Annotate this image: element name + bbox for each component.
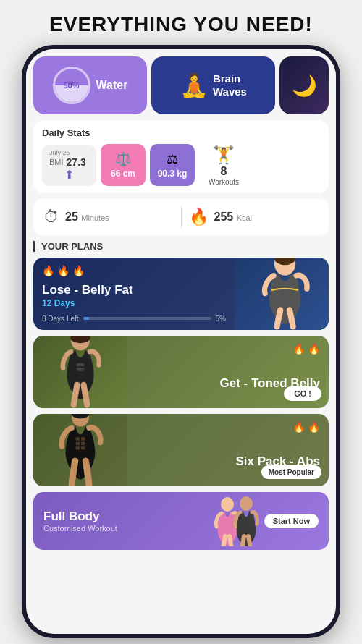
phone-frame: 50% Water 🧘 BrainWaves 🌙 Daily Stats xyxy=(22,45,340,638)
toned-figure xyxy=(33,336,127,408)
sixpack-content: 🔥 🔥 Six Pack - Abs 45 Days Most Popular xyxy=(127,414,329,486)
toned-flame2-icon: 🔥 xyxy=(308,343,320,355)
workout-dumbbell-icon: 🏋️ xyxy=(213,145,235,165)
fullbody-subtitle: Customised Workout xyxy=(43,524,117,533)
sixpack-image xyxy=(33,414,127,486)
phone-screen: 50% Water 🧘 BrainWaves 🌙 Daily Stats xyxy=(26,49,336,634)
plan-six-pack[interactable]: 🔥 🔥 Six Pack - Abs 45 Days Most Popular xyxy=(33,414,329,486)
start-now-button[interactable]: Start Now xyxy=(264,514,319,528)
belly-fat-days: 12 Days xyxy=(42,298,226,308)
workouts-label: Workouts xyxy=(209,178,239,186)
sixpack-flame2-icon: 🔥 xyxy=(308,421,320,433)
stats-title: Daily Stats xyxy=(42,127,320,138)
svg-rect-5 xyxy=(77,363,85,367)
svg-rect-10 xyxy=(81,437,85,441)
brain-waves-label: BrainWaves xyxy=(213,72,247,98)
daily-stats: Daily Stats July 25 BMI 27.3 ⬆ ⚖️ 66 cm xyxy=(33,120,329,193)
plans-section: YOUR PLANS 🔥 🔥 🔥 Lose - Belly Fat 12 Day… xyxy=(26,241,336,634)
svg-rect-13 xyxy=(76,446,80,450)
bmi-label: BMI xyxy=(49,158,64,166)
plan-belly-fat[interactable]: 🔥 🔥 🔥 Lose - Belly Fat 12 Days 8 Days Le… xyxy=(33,258,329,330)
toned-icons-row: 🔥 🔥 xyxy=(292,343,320,355)
minutes-value: 25 xyxy=(65,211,78,223)
stopwatch-icon: ⏱ xyxy=(43,208,59,226)
plan-full-body[interactable]: Full Body Customised Workout xyxy=(33,492,329,550)
fullbody-figures: Start Now xyxy=(211,496,319,546)
page-title: EVERYTHING YOU NEED! xyxy=(49,0,313,45)
bmi-block: July 25 BMI 27.3 ⬆ xyxy=(42,145,96,186)
kcal-unit: Kcal xyxy=(237,213,252,222)
scale-icon: ⚖️ xyxy=(115,151,131,167)
weight-value: 90.3 kg xyxy=(158,169,188,179)
kcal-label: 255 Kcal xyxy=(214,211,253,224)
fullbody-couple-icon xyxy=(211,496,261,546)
toned-go-button[interactable]: GO ! xyxy=(284,386,321,401)
fullbody-left: Full Body Customised Workout xyxy=(43,509,117,533)
svg-rect-9 xyxy=(76,437,80,441)
weight-icon: ⚖ xyxy=(167,151,178,167)
meditation-icon: 🧘 xyxy=(180,72,209,99)
top-cards-row: 50% Water 🧘 BrainWaves 🌙 xyxy=(26,49,336,120)
sixpack-icons-row: 🔥 🔥 xyxy=(292,421,320,433)
sixpack-figure xyxy=(33,414,127,486)
sixpack-flame1-icon: 🔥 xyxy=(292,421,305,433)
svg-rect-14 xyxy=(81,446,85,450)
moon-icon: 🌙 xyxy=(292,74,317,98)
belly-icons-row: 🔥 🔥 🔥 xyxy=(42,265,226,276)
stats-row: July 25 BMI 27.3 ⬆ ⚖️ 66 cm ⚖ 90.3 kg xyxy=(42,144,320,186)
sleep-bg: 🌙 xyxy=(279,56,329,114)
bmi-arrow-icon: ⬆ xyxy=(49,168,89,182)
progress-pct: 5% xyxy=(216,315,226,323)
plan-belly-content: 🔥 🔥 🔥 Lose - Belly Fat 12 Days 8 Days Le… xyxy=(33,258,235,330)
toned-content: 🔥 🔥 Get - Toned Belly 27 Days GO ! xyxy=(127,336,329,408)
weight-card: ⚖ 90.3 kg xyxy=(150,144,195,186)
fullbody-title: Full Body xyxy=(43,509,117,524)
svg-point-15 xyxy=(221,497,234,512)
bmi-value: 27.3 xyxy=(67,156,86,168)
kcal-value: 255 xyxy=(214,211,234,223)
waist-card: ⚖️ 66 cm xyxy=(101,144,146,186)
workouts-count: 8 xyxy=(221,165,227,178)
minutes-label: 25 Minutes xyxy=(65,211,109,224)
metrics-divider xyxy=(181,206,182,228)
flame2-icon: 🔥 xyxy=(57,265,70,276)
minutes-item: ⏱ 25 Minutes xyxy=(43,206,174,228)
waist-value: 66 cm xyxy=(111,169,135,179)
belly-fat-image xyxy=(235,258,329,330)
bmi-date: July 25 xyxy=(49,149,89,156)
metrics-row: ⏱ 25 Minutes 🔥 255 Kcal xyxy=(33,199,329,235)
plans-header: YOUR PLANS xyxy=(33,241,329,252)
flame3-icon: 🔥 xyxy=(72,265,85,276)
water-circle: 50% xyxy=(53,67,90,104)
minutes-unit: Minutes xyxy=(81,213,109,222)
fullbody-row: Full Body Customised Workout xyxy=(33,492,329,550)
svg-rect-12 xyxy=(81,442,85,446)
water-card[interactable]: 50% Water xyxy=(33,56,147,114)
belly-fat-figure xyxy=(235,258,329,330)
sleep-card[interactable]: 🌙 xyxy=(279,56,329,114)
flame1-icon: 🔥 xyxy=(42,265,54,276)
water-percent: 50% xyxy=(63,81,79,90)
belly-fat-title: Lose - Belly Fat xyxy=(42,283,226,297)
popular-badge: Most Popular xyxy=(261,465,321,479)
kcal-item: 🔥 255 Kcal xyxy=(189,206,319,228)
days-left-row: 8 Days Left 5% xyxy=(42,315,226,323)
progress-bar-bg xyxy=(83,317,211,320)
water-label: Water xyxy=(96,79,128,92)
svg-point-16 xyxy=(240,496,253,511)
toned-flame1-icon: 🔥 xyxy=(292,343,305,355)
svg-rect-11 xyxy=(76,442,80,446)
toned-image xyxy=(33,336,127,408)
plan-toned-belly[interactable]: 🔥 🔥 Get - Toned Belly 27 Days GO ! xyxy=(33,336,329,408)
flame-metric-icon: 🔥 xyxy=(189,208,209,226)
svg-rect-6 xyxy=(77,368,85,371)
brain-waves-card[interactable]: 🧘 BrainWaves xyxy=(151,56,275,114)
progress-bar-fill xyxy=(83,317,90,320)
days-left-text: 8 Days Left xyxy=(42,315,79,323)
workouts-block: 🏋️ 8 Workouts xyxy=(199,145,248,186)
